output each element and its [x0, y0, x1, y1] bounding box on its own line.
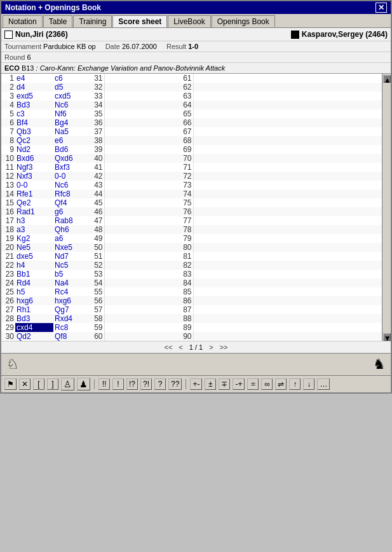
tab-table[interactable]: Table: [43, 15, 73, 27]
move-black-15[interactable]: Qf4: [53, 198, 91, 207]
move-white-20[interactable]: Ne5: [15, 243, 53, 252]
move-col2-b-49: [142, 234, 180, 243]
move-black-24[interactable]: Na4: [53, 279, 91, 287]
move-black-3[interactable]: cxd5: [53, 92, 91, 100]
move-black-7[interactable]: Na5: [53, 127, 91, 136]
tool-bracket-right[interactable]: ]: [47, 378, 58, 390]
move-white-4[interactable]: Bd3: [15, 100, 53, 109]
tool-up-arrow[interactable]: ↑: [289, 378, 301, 390]
tab-openingsbook[interactable]: Openings Book: [212, 15, 275, 27]
move-white-1[interactable]: e4: [15, 74, 53, 83]
tool-flag[interactable]: ⚑: [4, 378, 17, 390]
move-black-27[interactable]: Qg7: [53, 305, 91, 314]
move-black-26[interactable]: hxg6: [53, 296, 91, 305]
move-black-21[interactable]: Nd7: [53, 252, 91, 261]
move-white-8[interactable]: Qc2: [15, 136, 53, 145]
move-white-17[interactable]: h3: [15, 216, 53, 225]
tool-excl-q[interactable]: !?: [126, 378, 138, 390]
nav-next-next[interactable]: >>: [220, 343, 228, 351]
tool-ellipsis[interactable]: …: [317, 378, 330, 390]
tool-minus-plus2[interactable]: -+: [233, 378, 245, 390]
move-black-11[interactable]: Bxf3: [53, 163, 91, 172]
move-black-12[interactable]: 0-0: [53, 172, 91, 181]
move-white-22[interactable]: h4: [15, 261, 53, 270]
scrollbar[interactable]: ▲ ▼: [382, 74, 391, 341]
move-black-5[interactable]: Nf6: [53, 109, 91, 118]
scroll-up[interactable]: ▲: [383, 75, 391, 83]
move-black-16[interactable]: g6: [53, 207, 91, 216]
move-black-4[interactable]: Nc6: [53, 100, 91, 109]
move-white-7[interactable]: Qb3: [15, 127, 53, 136]
tool-q[interactable]: ?: [154, 378, 166, 390]
tool-pawn-white[interactable]: ♙: [61, 378, 74, 390]
move-black-6[interactable]: Bg4: [53, 118, 91, 127]
move-white-25[interactable]: h5: [15, 287, 53, 296]
tool-plusminus[interactable]: ±: [205, 378, 216, 390]
move-white-23[interactable]: Bb1: [15, 270, 53, 279]
move-white-9[interactable]: Nd2: [15, 145, 53, 154]
move-white-3[interactable]: exd5: [15, 92, 53, 100]
move-black-17[interactable]: Rab8: [53, 216, 91, 225]
move-black-18[interactable]: Qh6: [53, 225, 91, 234]
move-white-19[interactable]: Kg2: [15, 234, 53, 243]
move-black-23[interactable]: b5: [53, 270, 91, 279]
tool-equals[interactable]: =: [247, 378, 259, 390]
move-black-8[interactable]: e6: [53, 136, 91, 145]
tool-double-excl[interactable]: !!: [98, 378, 110, 390]
move-white-2[interactable]: d4: [15, 83, 53, 92]
tool-down-arrow[interactable]: ↓: [303, 378, 314, 390]
move-white-12[interactable]: Nxf3: [15, 172, 53, 181]
tool-pawn-black[interactable]: ♟: [77, 378, 90, 390]
tab-notation[interactable]: Notation: [3, 15, 43, 27]
tab-livebook[interactable]: LiveBook: [168, 15, 210, 27]
move-black-13[interactable]: Nc6: [53, 181, 91, 190]
move-black-29[interactable]: Rc8: [53, 323, 91, 332]
move-white-6[interactable]: Bf4: [15, 118, 53, 127]
tool-minusplus[interactable]: ∓: [219, 378, 230, 390]
tool-double-q[interactable]: ??: [168, 378, 182, 390]
move-white-21[interactable]: dxe5: [15, 252, 53, 261]
scroll-down[interactable]: ▼: [383, 333, 391, 341]
move-black-10[interactable]: Qxd6: [53, 154, 91, 163]
move-black-25[interactable]: Rc4: [53, 287, 91, 296]
move-black-20[interactable]: Nxe5: [53, 243, 91, 252]
move-white-5[interactable]: c3: [15, 109, 53, 118]
tool-cross[interactable]: ✕: [19, 378, 30, 390]
move-col2-w-54: [104, 279, 142, 287]
move-black-2[interactable]: d5: [53, 83, 91, 92]
nav-next[interactable]: >: [209, 343, 213, 351]
tool-plus-minus[interactable]: +-: [190, 378, 202, 390]
move-white-29[interactable]: cxd4: [15, 323, 53, 332]
move-white-27[interactable]: Rh1: [15, 305, 53, 314]
move-black-28[interactable]: Rxd4: [53, 314, 91, 323]
nav-prev-prev[interactable]: <<: [165, 343, 173, 351]
tool-bracket-left[interactable]: [: [33, 378, 44, 390]
move-white-11[interactable]: Ngf3: [15, 163, 53, 172]
tool-q-excl[interactable]: ?!: [140, 378, 152, 390]
moves-scroll[interactable]: 1e4c631612d4d532623exd5cxd533634Bd3Nc634…: [1, 74, 382, 341]
move-white-14[interactable]: Rfe1: [15, 190, 53, 198]
tab-training[interactable]: Training: [73, 15, 112, 27]
move-black-9[interactable]: Bd6: [53, 145, 91, 154]
close-button[interactable]: ✕: [375, 3, 387, 13]
move-white-16[interactable]: Rad1: [15, 207, 53, 216]
move-black-14[interactable]: Rfc8: [53, 190, 91, 198]
move-white-28[interactable]: Bd3: [15, 314, 53, 323]
move-black-1[interactable]: c6: [53, 74, 91, 83]
col-sep-2-21: 82: [180, 261, 193, 270]
move-white-13[interactable]: 0-0: [15, 181, 53, 190]
move-black-22[interactable]: Nc5: [53, 261, 91, 270]
tool-excl[interactable]: !: [112, 378, 124, 390]
move-black-19[interactable]: a6: [53, 234, 91, 243]
nav-prev[interactable]: <: [179, 343, 182, 351]
tool-infinity[interactable]: ∞: [261, 378, 273, 390]
move-white-30[interactable]: Qd2: [15, 332, 53, 341]
tab-scoresheet[interactable]: Score sheet: [112, 15, 167, 27]
move-white-10[interactable]: Bxd6: [15, 154, 53, 163]
move-white-24[interactable]: Rd4: [15, 279, 53, 287]
tool-arrows[interactable]: ⇌: [275, 378, 287, 390]
move-white-26[interactable]: hxg6: [15, 296, 53, 305]
move-black-30[interactable]: Qf8: [53, 332, 91, 341]
move-white-15[interactable]: Qe2: [15, 198, 53, 207]
move-white-18[interactable]: a3: [15, 225, 53, 234]
